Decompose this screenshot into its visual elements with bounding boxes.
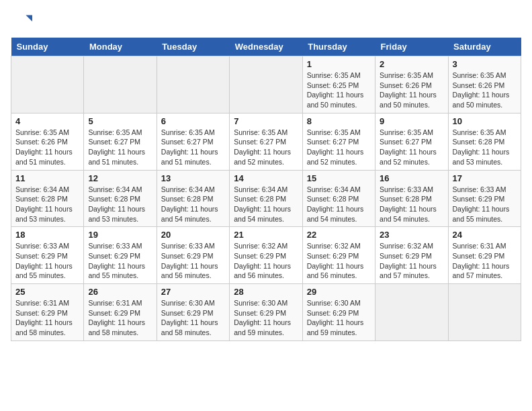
week-row-5: 25Sunrise: 6:31 AM Sunset: 6:29 PM Dayli… <box>11 284 521 341</box>
day-number: 26 <box>88 287 152 297</box>
day-cell: 1Sunrise: 6:35 AM Sunset: 6:25 PM Daylig… <box>302 56 375 113</box>
day-info: Sunrise: 6:31 AM Sunset: 6:29 PM Dayligh… <box>15 298 79 338</box>
column-header-thursday: Thursday <box>302 38 375 56</box>
day-cell: 28Sunrise: 6:30 AM Sunset: 6:29 PM Dayli… <box>230 284 302 341</box>
day-number: 25 <box>15 287 79 297</box>
day-cell <box>11 56 84 113</box>
column-header-tuesday: Tuesday <box>157 38 229 56</box>
day-info: Sunrise: 6:32 AM Sunset: 6:29 PM Dayligh… <box>380 241 443 281</box>
day-number: 8 <box>307 116 371 126</box>
day-number: 16 <box>380 173 443 183</box>
day-info: Sunrise: 6:35 AM Sunset: 6:26 PM Dayligh… <box>453 71 517 110</box>
day-info: Sunrise: 6:30 AM Sunset: 6:29 PM Dayligh… <box>307 298 371 338</box>
day-info: Sunrise: 6:35 AM Sunset: 6:27 PM Dayligh… <box>307 128 371 167</box>
day-cell: 7Sunrise: 6:35 AM Sunset: 6:27 PM Daylig… <box>230 113 302 170</box>
day-number: 2 <box>380 59 443 69</box>
day-number: 22 <box>307 230 371 240</box>
column-header-wednesday: Wednesday <box>230 38 302 56</box>
column-header-sunday: Sunday <box>11 38 84 56</box>
day-cell: 5Sunrise: 6:35 AM Sunset: 6:27 PM Daylig… <box>84 113 157 170</box>
day-number: 18 <box>15 230 79 240</box>
day-info: Sunrise: 6:31 AM Sunset: 6:29 PM Dayligh… <box>453 241 517 281</box>
week-row-2: 4Sunrise: 6:35 AM Sunset: 6:26 PM Daylig… <box>11 113 521 170</box>
day-cell: 13Sunrise: 6:34 AM Sunset: 6:28 PM Dayli… <box>157 170 229 227</box>
column-header-friday: Friday <box>375 38 448 56</box>
week-row-3: 11Sunrise: 6:34 AM Sunset: 6:28 PM Dayli… <box>11 170 521 227</box>
day-info: Sunrise: 6:32 AM Sunset: 6:29 PM Dayligh… <box>307 241 371 281</box>
day-cell <box>157 56 229 113</box>
day-number: 28 <box>234 287 298 297</box>
day-info: Sunrise: 6:35 AM Sunset: 6:27 PM Dayligh… <box>380 128 443 167</box>
calendar-table: SundayMondayTuesdayWednesdayThursdayFrid… <box>11 38 521 341</box>
column-header-saturday: Saturday <box>448 38 521 56</box>
week-row-4: 18Sunrise: 6:33 AM Sunset: 6:29 PM Dayli… <box>11 227 521 284</box>
column-header-monday: Monday <box>84 38 157 56</box>
day-cell: 20Sunrise: 6:33 AM Sunset: 6:29 PM Dayli… <box>157 227 229 284</box>
day-info: Sunrise: 6:35 AM Sunset: 6:26 PM Dayligh… <box>15 128 79 167</box>
day-info: Sunrise: 6:34 AM Sunset: 6:28 PM Dayligh… <box>161 185 225 224</box>
day-info: Sunrise: 6:33 AM Sunset: 6:29 PM Dayligh… <box>15 241 79 281</box>
day-number: 5 <box>88 116 152 126</box>
day-info: Sunrise: 6:35 AM Sunset: 6:27 PM Dayligh… <box>161 128 225 167</box>
day-info: Sunrise: 6:34 AM Sunset: 6:28 PM Dayligh… <box>307 185 371 224</box>
day-number: 29 <box>307 287 371 297</box>
day-number: 15 <box>307 173 371 183</box>
day-number: 4 <box>15 116 79 126</box>
day-cell: 24Sunrise: 6:31 AM Sunset: 6:29 PM Dayli… <box>448 227 521 284</box>
day-cell: 4Sunrise: 6:35 AM Sunset: 6:26 PM Daylig… <box>11 113 84 170</box>
day-info: Sunrise: 6:35 AM Sunset: 6:27 PM Dayligh… <box>88 128 152 167</box>
day-info: Sunrise: 6:35 AM Sunset: 6:28 PM Dayligh… <box>453 128 517 167</box>
day-info: Sunrise: 6:33 AM Sunset: 6:29 PM Dayligh… <box>88 241 152 281</box>
day-number: 11 <box>15 173 79 183</box>
day-cell: 27Sunrise: 6:30 AM Sunset: 6:29 PM Dayli… <box>157 284 229 341</box>
day-number: 1 <box>307 59 371 69</box>
day-cell: 14Sunrise: 6:34 AM Sunset: 6:28 PM Dayli… <box>230 170 302 227</box>
day-cell: 18Sunrise: 6:33 AM Sunset: 6:29 PM Dayli… <box>11 227 84 284</box>
day-info: Sunrise: 6:30 AM Sunset: 6:29 PM Dayligh… <box>161 298 225 338</box>
day-cell: 15Sunrise: 6:34 AM Sunset: 6:28 PM Dayli… <box>302 170 375 227</box>
day-info: Sunrise: 6:33 AM Sunset: 6:28 PM Dayligh… <box>380 185 443 224</box>
day-info: Sunrise: 6:33 AM Sunset: 6:29 PM Dayligh… <box>453 185 517 224</box>
day-cell: 21Sunrise: 6:32 AM Sunset: 6:29 PM Dayli… <box>230 227 302 284</box>
day-cell: 2Sunrise: 6:35 AM Sunset: 6:26 PM Daylig… <box>375 56 448 113</box>
day-cell <box>375 284 448 341</box>
day-info: Sunrise: 6:32 AM Sunset: 6:29 PM Dayligh… <box>234 241 298 281</box>
day-number: 19 <box>88 230 152 240</box>
day-cell: 19Sunrise: 6:33 AM Sunset: 6:29 PM Dayli… <box>84 227 157 284</box>
day-cell: 11Sunrise: 6:34 AM Sunset: 6:28 PM Dayli… <box>11 170 84 227</box>
day-cell: 3Sunrise: 6:35 AM Sunset: 6:26 PM Daylig… <box>448 56 521 113</box>
day-cell: 17Sunrise: 6:33 AM Sunset: 6:29 PM Dayli… <box>448 170 521 227</box>
day-cell: 16Sunrise: 6:33 AM Sunset: 6:28 PM Dayli… <box>375 170 448 227</box>
day-cell: 29Sunrise: 6:30 AM Sunset: 6:29 PM Dayli… <box>302 284 375 341</box>
day-number: 13 <box>161 173 225 183</box>
day-info: Sunrise: 6:34 AM Sunset: 6:28 PM Dayligh… <box>88 185 152 224</box>
day-cell <box>84 56 157 113</box>
day-info: Sunrise: 6:35 AM Sunset: 6:27 PM Dayligh… <box>234 128 298 167</box>
day-cell: 6Sunrise: 6:35 AM Sunset: 6:27 PM Daylig… <box>157 113 229 170</box>
day-cell: 8Sunrise: 6:35 AM Sunset: 6:27 PM Daylig… <box>302 113 375 170</box>
day-cell: 22Sunrise: 6:32 AM Sunset: 6:29 PM Dayli… <box>302 227 375 284</box>
day-number: 7 <box>234 116 298 126</box>
logo <box>11 11 35 32</box>
day-number: 20 <box>161 230 225 240</box>
header-row: SundayMondayTuesdayWednesdayThursdayFrid… <box>11 38 521 56</box>
day-cell: 10Sunrise: 6:35 AM Sunset: 6:28 PM Dayli… <box>448 113 521 170</box>
week-row-1: 1Sunrise: 6:35 AM Sunset: 6:25 PM Daylig… <box>11 56 521 113</box>
day-info: Sunrise: 6:31 AM Sunset: 6:29 PM Dayligh… <box>88 298 152 338</box>
day-info: Sunrise: 6:34 AM Sunset: 6:28 PM Dayligh… <box>15 185 79 224</box>
logo-icon <box>11 11 32 32</box>
day-number: 17 <box>453 173 517 183</box>
day-number: 6 <box>161 116 225 126</box>
day-cell: 12Sunrise: 6:34 AM Sunset: 6:28 PM Dayli… <box>84 170 157 227</box>
day-info: Sunrise: 6:35 AM Sunset: 6:26 PM Dayligh… <box>380 71 443 110</box>
day-info: Sunrise: 6:34 AM Sunset: 6:28 PM Dayligh… <box>234 185 298 224</box>
day-info: Sunrise: 6:35 AM Sunset: 6:25 PM Dayligh… <box>307 71 371 110</box>
day-cell: 23Sunrise: 6:32 AM Sunset: 6:29 PM Dayli… <box>375 227 448 284</box>
day-number: 9 <box>380 116 443 126</box>
day-info: Sunrise: 6:30 AM Sunset: 6:29 PM Dayligh… <box>234 298 298 338</box>
day-number: 24 <box>453 230 517 240</box>
day-cell: 26Sunrise: 6:31 AM Sunset: 6:29 PM Dayli… <box>84 284 157 341</box>
svg-marker-0 <box>26 15 32 21</box>
day-cell: 25Sunrise: 6:31 AM Sunset: 6:29 PM Dayli… <box>11 284 84 341</box>
day-cell: 9Sunrise: 6:35 AM Sunset: 6:27 PM Daylig… <box>375 113 448 170</box>
